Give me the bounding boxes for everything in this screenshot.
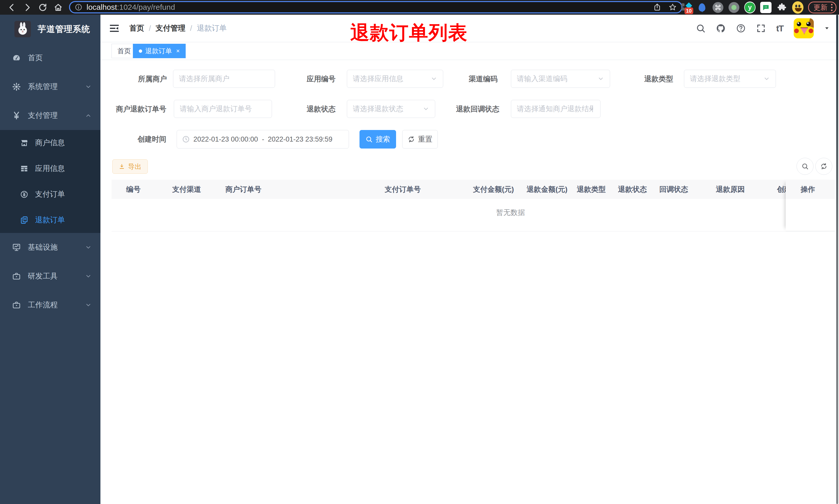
- sidebar-item-pay-order[interactable]: 支付订单: [0, 181, 101, 207]
- table-fixed-action-column: 操作: [786, 180, 835, 231]
- merchant-refund-no-label: 商户退款订单号: [84, 100, 166, 119]
- sidebar-item-label: 工作流程: [28, 300, 58, 310]
- sidebar-item-label: 应用信息: [35, 163, 65, 174]
- sidebar-item-home[interactable]: 首页: [0, 43, 101, 72]
- bookmark-star-icon[interactable]: [668, 3, 677, 11]
- date-end-value[interactable]: 2022-01-23 23:59:59: [268, 136, 333, 143]
- dashboard-icon: [11, 54, 22, 62]
- extension-badge: 10: [684, 7, 693, 14]
- channel-label: 渠道编码: [415, 70, 498, 88]
- help-icon[interactable]: [736, 23, 746, 33]
- col-header-action: 操作: [786, 180, 835, 199]
- shop-icon: [19, 139, 29, 147]
- breadcrumb: 首页 / 支付管理 / 退款订单: [129, 23, 227, 34]
- breadcrumb-home[interactable]: 首页: [129, 23, 144, 34]
- sidebar-item-workflow[interactable]: 工作流程: [0, 291, 101, 320]
- extension-y-icon[interactable]: y: [744, 2, 755, 13]
- show-search-toggle-button[interactable]: [797, 158, 814, 175]
- browser-reload-icon[interactable]: [38, 3, 47, 12]
- refresh-icon: [408, 136, 415, 143]
- chevron-down-icon: [588, 106, 595, 112]
- sidebar-item-infrastructure[interactable]: 基础设施: [0, 233, 101, 262]
- extension-command-icon[interactable]: [712, 2, 724, 13]
- download-icon: [119, 163, 125, 169]
- breadcrumb-payment[interactable]: 支付管理: [156, 23, 185, 34]
- table-body: 暂无数据: [111, 199, 835, 231]
- col-header: 商户订单号: [225, 180, 262, 199]
- browser-back-icon[interactable]: [7, 3, 17, 12]
- refund-type-select[interactable]: 请选择退款类型: [684, 70, 776, 88]
- search-button-label: 搜索: [376, 134, 390, 144]
- select-placeholder: 请选择退款类型: [690, 74, 763, 84]
- grid-icon: [19, 164, 29, 173]
- select-placeholder: 请输入渠道编码: [517, 74, 597, 84]
- date-separator: -: [262, 136, 264, 143]
- share-icon[interactable]: [653, 3, 661, 11]
- search-button[interactable]: 搜索: [359, 130, 396, 148]
- notify-status-label: 退款回调状态: [417, 100, 499, 119]
- sidebar-item-label: 支付订单: [35, 189, 65, 199]
- github-icon[interactable]: [716, 23, 726, 33]
- sidebar-item-label: 基础设施: [28, 242, 58, 253]
- chevron-down-icon: [85, 273, 92, 280]
- tab-label: 首页: [118, 47, 131, 56]
- active-dot-icon: [139, 50, 142, 53]
- close-icon[interactable]: ×: [176, 47, 180, 55]
- toolbox-icon: [11, 272, 22, 281]
- create-time-range-picker[interactable]: 2022-01-23 00:00:00 - 2022-01-23 23:59:5…: [177, 130, 349, 148]
- browser-forward-icon[interactable]: [23, 3, 32, 12]
- browser-menu-icon[interactable]: [831, 4, 833, 11]
- sidebar-item-label: 支付管理: [28, 110, 58, 121]
- select-placeholder: 请选择退款状态: [353, 104, 423, 114]
- sidebar-item-app-info[interactable]: 应用信息: [0, 156, 101, 181]
- browser-profile-avatar[interactable]: [792, 2, 803, 13]
- extensions-puzzle-icon[interactable]: [776, 2, 787, 13]
- refund-status-label: 退款状态: [253, 100, 336, 119]
- extension-balloon-icon[interactable]: [696, 2, 708, 13]
- col-header: 退款状态: [618, 180, 647, 199]
- search-icon[interactable]: [696, 23, 706, 33]
- address-bar[interactable]: localhost:1024/pay/refund: [69, 1, 682, 13]
- sidebar-collapse-icon[interactable]: [109, 23, 120, 34]
- monitor-icon: [11, 243, 22, 252]
- col-header: 支付订单号: [385, 180, 421, 199]
- browser-home-icon[interactable]: [54, 3, 63, 12]
- avatar-caret-icon[interactable]: [824, 25, 830, 31]
- breadcrumb-separator: /: [190, 24, 192, 33]
- refund-type-label: 退款类型: [591, 70, 673, 88]
- yen-icon: [11, 111, 22, 120]
- browser-update-button[interactable]: 更新: [808, 2, 836, 13]
- logo-rabbit-icon: [14, 21, 31, 37]
- browser-toolbar: localhost:1024/pay/refund 10 y: [0, 0, 839, 15]
- clock-icon: [182, 136, 190, 143]
- tab-refund-order[interactable]: 退款订单 ×: [133, 44, 186, 58]
- sidebar-item-dev-tools[interactable]: 研发工具: [0, 262, 101, 291]
- breadcrumb-current: 退款订单: [197, 23, 227, 34]
- col-header: 退款金额(元): [526, 180, 568, 199]
- page-scrollbar[interactable]: [836, 15, 838, 504]
- sidebar-item-refund-order[interactable]: 退款订单: [0, 207, 101, 233]
- font-size-icon[interactable]: tT: [776, 23, 783, 34]
- user-avatar[interactable]: [794, 18, 814, 38]
- breadcrumb-separator: /: [149, 24, 151, 33]
- export-button[interactable]: 导出: [112, 159, 148, 174]
- top-navbar: 首页 / 支付管理 / 退款订单 tT: [101, 15, 839, 42]
- extension-chat-icon[interactable]: [760, 2, 771, 13]
- extension-record-icon[interactable]: [728, 2, 739, 13]
- briefcase-icon: [11, 301, 22, 309]
- refresh-table-button[interactable]: [815, 158, 832, 175]
- notify-status-select[interactable]: 请选择通知商户退款结果: [511, 100, 601, 118]
- gear-icon: [11, 83, 22, 91]
- sidebar-item-label: 首页: [28, 53, 43, 63]
- app-logo[interactable]: 芋道管理系统: [0, 15, 101, 43]
- date-start-value[interactable]: 2022-01-23 00:00:00: [193, 136, 258, 143]
- extension-tabs-icon[interactable]: 10: [680, 2, 692, 13]
- reset-button[interactable]: 重置: [402, 130, 438, 148]
- fullscreen-icon[interactable]: [756, 23, 766, 33]
- tags-view-bar: 首页 退款订单 ×: [101, 42, 839, 60]
- url-path: :1024/pay/refund: [117, 3, 175, 11]
- site-info-icon[interactable]: [75, 3, 83, 11]
- sidebar-item-label: 退款订单: [35, 215, 65, 225]
- document-icon: [19, 216, 29, 224]
- select-placeholder: 请选择通知商户退款结果: [517, 104, 593, 114]
